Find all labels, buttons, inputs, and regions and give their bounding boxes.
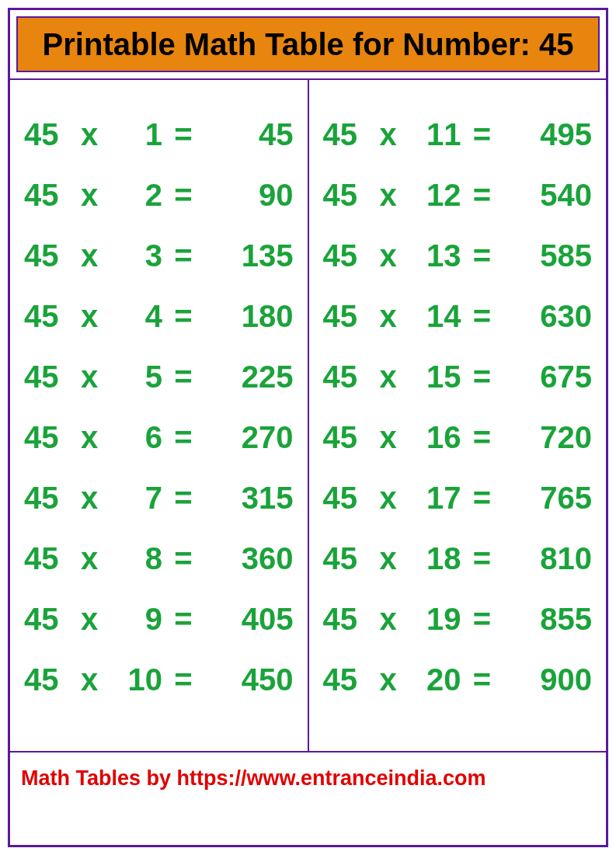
times-symbol: x xyxy=(71,119,108,150)
product: 180 xyxy=(204,301,294,332)
page-title: Printable Math Table for Number: 45 xyxy=(16,16,600,72)
equation-row: 45x7=315 xyxy=(24,482,294,513)
multiplier: 4 xyxy=(108,301,162,332)
multiplier: 17 xyxy=(407,482,461,513)
product: 90 xyxy=(204,179,294,210)
product: 315 xyxy=(204,482,294,513)
product: 810 xyxy=(503,543,593,574)
equals-symbol: = xyxy=(162,240,204,271)
times-symbol: x xyxy=(71,482,108,513)
times-symbol: x xyxy=(71,543,108,574)
multiplier: 3 xyxy=(108,240,162,271)
multiplicand: 45 xyxy=(323,603,370,634)
product: 540 xyxy=(503,179,593,210)
equation-row: 45x9=405 xyxy=(24,603,294,634)
multiplier: 18 xyxy=(407,543,461,574)
equals-symbol: = xyxy=(162,361,204,392)
product: 225 xyxy=(204,361,294,392)
multiplier: 8 xyxy=(108,543,162,574)
times-symbol: x xyxy=(370,240,407,271)
times-symbol: x xyxy=(370,482,407,513)
product: 45 xyxy=(204,119,294,150)
equation-row: 45x19=855 xyxy=(323,603,593,634)
equation-row: 45x1=45 xyxy=(24,119,294,150)
multiplicand: 45 xyxy=(323,482,370,513)
equals-symbol: = xyxy=(461,664,503,695)
product: 675 xyxy=(503,361,593,392)
multiplicand: 45 xyxy=(323,179,370,210)
times-symbol: x xyxy=(370,543,407,574)
multiplier: 16 xyxy=(407,422,461,453)
equals-symbol: = xyxy=(162,603,204,634)
right-column: 45x11=49545x12=54045x13=58545x14=63045x1… xyxy=(309,80,607,751)
multiplier: 10 xyxy=(108,664,162,695)
equals-symbol: = xyxy=(162,543,204,574)
equation-row: 45x2=90 xyxy=(24,179,294,210)
times-symbol: x xyxy=(71,603,108,634)
table-container: Printable Math Table for Number: 45 45x1… xyxy=(8,8,608,847)
equation-row: 45x15=675 xyxy=(323,361,593,392)
product: 900 xyxy=(503,664,593,695)
multiplier: 15 xyxy=(407,361,461,392)
multiplier: 13 xyxy=(407,240,461,271)
equals-symbol: = xyxy=(162,482,204,513)
multiplicand: 45 xyxy=(24,119,71,150)
times-symbol: x xyxy=(370,179,407,210)
equation-row: 45x14=630 xyxy=(323,301,593,332)
equation-row: 45x20=900 xyxy=(323,664,593,695)
multiplier: 12 xyxy=(407,179,461,210)
multiplicand: 45 xyxy=(24,482,71,513)
times-symbol: x xyxy=(370,361,407,392)
multiplier: 1 xyxy=(108,119,162,150)
equation-row: 45x11=495 xyxy=(323,119,593,150)
product: 720 xyxy=(503,422,593,453)
footer-credit: Math Tables by https://www.entranceindia… xyxy=(10,751,606,845)
multiplier: 5 xyxy=(108,361,162,392)
equals-symbol: = xyxy=(162,119,204,150)
equation-row: 45x13=585 xyxy=(323,240,593,271)
table-body: 45x1=4545x2=9045x3=13545x4=18045x5=22545… xyxy=(10,78,606,751)
equation-row: 45x6=270 xyxy=(24,422,294,453)
times-symbol: x xyxy=(370,603,407,634)
multiplicand: 45 xyxy=(24,422,71,453)
equation-row: 45x12=540 xyxy=(323,179,593,210)
times-symbol: x xyxy=(71,664,108,695)
product: 765 xyxy=(503,482,593,513)
equals-symbol: = xyxy=(461,240,503,271)
equals-symbol: = xyxy=(461,119,503,150)
multiplicand: 45 xyxy=(24,361,71,392)
product: 495 xyxy=(503,119,593,150)
times-symbol: x xyxy=(71,179,108,210)
times-symbol: x xyxy=(71,422,108,453)
multiplier: 9 xyxy=(108,603,162,634)
product: 450 xyxy=(204,664,294,695)
multiplier: 7 xyxy=(108,482,162,513)
equation-row: 45x4=180 xyxy=(24,301,294,332)
equation-row: 45x16=720 xyxy=(323,422,593,453)
multiplicand: 45 xyxy=(323,301,370,332)
times-symbol: x xyxy=(71,361,108,392)
multiplicand: 45 xyxy=(323,240,370,271)
equals-symbol: = xyxy=(162,664,204,695)
multiplicand: 45 xyxy=(323,543,370,574)
multiplier: 11 xyxy=(407,119,461,150)
multiplicand: 45 xyxy=(24,301,71,332)
multiplicand: 45 xyxy=(24,603,71,634)
times-symbol: x xyxy=(370,422,407,453)
equation-row: 45x8=360 xyxy=(24,543,294,574)
equation-row: 45x3=135 xyxy=(24,240,294,271)
multiplicand: 45 xyxy=(24,240,71,271)
equation-row: 45x18=810 xyxy=(323,543,593,574)
product: 630 xyxy=(503,301,593,332)
times-symbol: x xyxy=(71,301,108,332)
multiplier: 19 xyxy=(407,603,461,634)
multiplicand: 45 xyxy=(323,664,370,695)
equation-row: 45x5=225 xyxy=(24,361,294,392)
product: 270 xyxy=(204,422,294,453)
equals-symbol: = xyxy=(162,422,204,453)
left-column: 45x1=4545x2=9045x3=13545x4=18045x5=22545… xyxy=(10,80,309,751)
equals-symbol: = xyxy=(461,179,503,210)
times-symbol: x xyxy=(370,301,407,332)
title-wrap: Printable Math Table for Number: 45 xyxy=(10,10,606,72)
product: 360 xyxy=(204,543,294,574)
